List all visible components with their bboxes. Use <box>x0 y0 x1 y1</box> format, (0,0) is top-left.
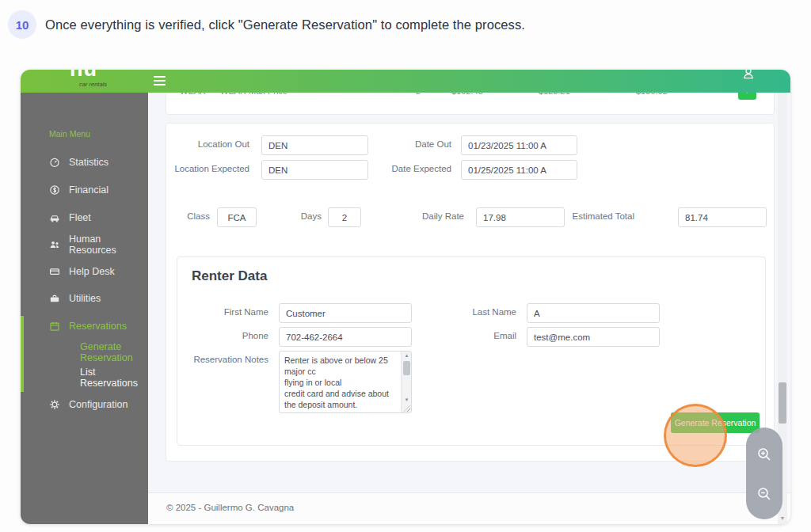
sidebar-subitem-list-reservations[interactable]: List Reservations <box>80 370 148 386</box>
sidebar-item-label: Configuration <box>69 399 128 410</box>
zoom-in-icon[interactable] <box>756 446 772 462</box>
copyright-text: © 2025 - Guillermo G. Cavagna <box>166 503 294 512</box>
location-out-input[interactable] <box>261 135 368 155</box>
user-icon[interactable] <box>741 70 756 81</box>
sidebar-item-financial[interactable]: Financial <box>21 181 148 199</box>
daily-rate-label: Daily Rate <box>396 211 464 221</box>
sidebar-item-fleet[interactable]: Fleet <box>21 209 148 226</box>
sidebar-item-label: Financial <box>69 184 109 196</box>
phone-input[interactable] <box>279 327 412 347</box>
people-icon <box>49 239 60 250</box>
sidebar-subitem-label: Generate Reservation <box>80 341 148 363</box>
scroll-up-icon[interactable]: ▲ <box>402 352 412 360</box>
date-out-input[interactable] <box>461 135 577 155</box>
notes-scrollbar[interactable]: ▲ ▼ <box>401 352 411 412</box>
location-expected-label: Location Expected <box>166 164 249 173</box>
daily-rate-input[interactable] <box>476 207 565 227</box>
sidebar-item-label: Fleet <box>69 212 91 223</box>
sidebar-item-statistics[interactable]: Statistics <box>21 154 148 171</box>
class-input[interactable] <box>217 207 257 227</box>
sidebar-item-label: Statistics <box>69 157 109 168</box>
reservation-notes-label: Reservation Notes <box>189 355 268 364</box>
app-footer: © 2025 - Guillermo G. Cavagna <box>148 492 790 524</box>
estimated-total-input[interactable] <box>678 207 767 227</box>
scroll-down-icon[interactable]: ▼ <box>402 396 412 405</box>
days-input[interactable] <box>328 207 361 227</box>
gauge-icon <box>49 157 60 168</box>
last-name-label: Last Name <box>437 307 516 317</box>
location-out-label: Location Out <box>166 139 249 149</box>
sidebar-item-label: Utilities <box>69 293 101 304</box>
email-input[interactable] <box>527 327 660 347</box>
sidebar-active-indicator <box>21 316 24 392</box>
renter-data-card: Renter Data First Name Last Name Phone E… <box>177 256 766 446</box>
scrollbar-down-icon[interactable]: ▼ <box>778 515 787 522</box>
generate-reservation-button[interactable]: Generate Reservation <box>671 412 760 433</box>
sidebar-section-label: Main Menu <box>49 129 90 139</box>
sidebar-item-label: Reservations <box>69 321 127 332</box>
sidebar-subitem-generate-reservation[interactable]: Generate Reservation <box>80 344 148 360</box>
location-expected-input[interactable] <box>261 160 368 180</box>
reservation-notes-text: Renter is above or below 25 major cc fly… <box>284 355 395 410</box>
sidebar: Main Menu Statistics Financial Fleet Hum… <box>21 93 148 524</box>
first-name-label: First Name <box>189 307 268 317</box>
sidebar-item-help-desk[interactable]: Help Desk <box>21 263 148 280</box>
last-name-input[interactable] <box>527 303 660 323</box>
sidebar-item-utilities[interactable]: Utilities <box>21 290 148 307</box>
phone-label: Phone <box>189 331 268 340</box>
sidebar-item-human-resources[interactable]: Human Resources <box>21 236 148 253</box>
zoom-controls <box>746 428 782 519</box>
class-label: Class <box>166 211 210 221</box>
zoom-out-icon[interactable] <box>756 486 772 502</box>
notes-scroll-thumb[interactable] <box>403 361 410 375</box>
brand-tagline: car rentals <box>79 81 107 88</box>
sidebar-item-reservations[interactable]: Reservations <box>21 317 148 335</box>
sidebar-item-label: Human Resources <box>69 234 148 256</box>
reservation-notes-textarea[interactable]: Renter is above or below 25 major cc fly… <box>279 351 412 413</box>
sidebar-subitem-label: List Reservations <box>80 367 148 389</box>
menu-toggle-icon[interactable] <box>154 76 166 88</box>
instruction-text: Once everything is verified, click "Gene… <box>45 17 525 32</box>
estimated-total-label: Estimated Total <box>558 211 634 221</box>
page: 10 Once everything is verified, click "G… <box>0 0 811 532</box>
money-icon <box>49 184 60 196</box>
sidebar-item-configuration[interactable]: Configuration <box>21 396 148 413</box>
days-label: Days <box>269 211 322 221</box>
ticket-icon <box>49 266 60 277</box>
email-label: Email <box>437 331 516 340</box>
app-header: nü car rentals <box>21 70 790 93</box>
brand-logo[interactable]: nü <box>70 70 97 82</box>
renter-data-title: Renter Data <box>192 268 267 284</box>
scrollbar-thumb[interactable] <box>779 382 786 424</box>
calendar-icon <box>49 321 60 332</box>
app-screenshot: nü car rentals Main Menu Statistics Fina… <box>21 70 790 524</box>
reservation-form-card: Location Out Date Out Location Expected … <box>166 123 775 462</box>
date-expected-label: Date Expected <box>368 164 451 173</box>
toolbox-icon <box>49 293 60 304</box>
date-out-label: Date Out <box>368 139 451 149</box>
first-name-input[interactable] <box>279 303 412 323</box>
sidebar-item-label: Help Desk <box>69 266 115 277</box>
car-icon <box>49 212 60 223</box>
date-expected-input[interactable] <box>461 160 577 180</box>
gear-icon <box>49 399 60 410</box>
step-number-badge: 10 <box>8 10 36 39</box>
